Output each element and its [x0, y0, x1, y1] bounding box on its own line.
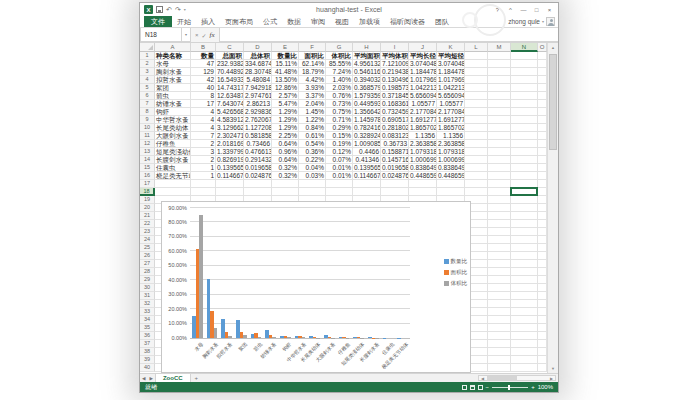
cell[interactable]: 短尾类溞幼体 — [155, 148, 191, 156]
cell[interactable]: 2.177084 — [437, 108, 465, 116]
cell[interactable] — [538, 220, 547, 228]
scroll-down-icon[interactable]: ▼ — [548, 364, 558, 373]
cell[interactable]: 平均面积 — [353, 52, 381, 60]
cell[interactable]: 0.024876 — [381, 172, 409, 180]
cell[interactable]: 桡足类无节幼体 — [155, 172, 191, 180]
cell[interactable]: 2.25% — [272, 132, 299, 140]
zoom-slider-thumb[interactable] — [508, 385, 510, 390]
cell[interactable]: 1.29% — [272, 116, 299, 124]
cell[interactable]: 2.57% — [272, 92, 299, 100]
cell[interactable]: 1.009085 — [353, 140, 381, 148]
cell[interactable] — [538, 284, 547, 292]
cell[interactable]: 0.64% — [272, 140, 299, 148]
bar-体积比[interactable] — [243, 335, 247, 338]
cell[interactable] — [381, 188, 409, 196]
cell[interactable]: 0.41346 — [353, 156, 381, 164]
cell[interactable] — [538, 132, 547, 140]
cell[interactable] — [216, 180, 244, 188]
cell[interactable] — [465, 68, 488, 76]
cell[interactable]: 0.732459 — [381, 108, 409, 116]
cell[interactable]: 1.29% — [272, 124, 299, 132]
cell[interactable] — [538, 356, 547, 364]
cell[interactable] — [488, 316, 511, 324]
horizontal-scrollbar[interactable]: ◀ ▶ — [478, 375, 556, 381]
cell[interactable]: 4 — [191, 124, 216, 132]
cell[interactable]: 0.4466 — [353, 148, 381, 156]
cell[interactable] — [538, 324, 547, 332]
cell[interactable] — [488, 188, 511, 196]
cell[interactable] — [511, 260, 538, 268]
cell[interactable] — [538, 252, 547, 260]
cell[interactable] — [465, 124, 488, 132]
cell[interactable]: 4 — [191, 108, 216, 116]
cell[interactable]: 1.579359 — [353, 92, 381, 100]
cell[interactable]: 0.36733 — [381, 140, 409, 148]
cell[interactable]: 62.14% — [299, 60, 326, 68]
cell[interactable] — [488, 84, 511, 92]
cell[interactable] — [488, 204, 511, 212]
cell[interactable] — [511, 196, 538, 204]
cell[interactable]: 1.05577 — [409, 100, 437, 108]
cell[interactable] — [465, 164, 488, 172]
zoom-slider[interactable] — [492, 387, 528, 388]
cell[interactable]: 2.04% — [299, 100, 326, 108]
cell[interactable]: 0.024876 — [244, 172, 272, 180]
cell[interactable]: 5.426568 — [216, 108, 244, 116]
cell[interactable]: 0.130496 — [381, 76, 409, 84]
cell[interactable]: 5.656094 — [409, 92, 437, 100]
cell[interactable]: 3.93% — [299, 84, 326, 92]
cell[interactable] — [538, 244, 547, 252]
cell[interactable]: 0.71% — [326, 116, 353, 124]
cell[interactable]: 0.03% — [299, 172, 326, 180]
scroll-up-icon[interactable]: ▲ — [548, 43, 558, 52]
file-tab[interactable]: 文件 — [144, 16, 172, 27]
cell[interactable] — [488, 300, 511, 308]
selected-cell-outline[interactable] — [510, 187, 538, 196]
cell[interactable]: 1.865702 — [409, 124, 437, 132]
cell[interactable]: 1.145978 — [353, 116, 381, 124]
cell[interactable]: 1.000699 — [437, 156, 465, 164]
cell[interactable]: 0.61% — [299, 132, 326, 140]
cell[interactable]: 5.47% — [272, 100, 299, 108]
cell[interactable]: 箭虫 — [155, 92, 191, 100]
cell[interactable]: 体积比 — [326, 52, 353, 60]
cell[interactable] — [191, 180, 216, 188]
cell[interactable]: 0.083123 — [381, 132, 409, 140]
cell[interactable] — [488, 268, 511, 276]
cell[interactable] — [511, 220, 538, 228]
cell[interactable]: 2.177084 — [409, 108, 437, 116]
cell[interactable]: 数量 — [191, 52, 216, 60]
cell[interactable]: 5.48084 — [244, 76, 272, 84]
row-header-13[interactable]: 13 — [140, 148, 155, 156]
cell[interactable]: 0.29% — [326, 124, 353, 132]
cell[interactable] — [511, 300, 538, 308]
cell[interactable] — [488, 244, 511, 252]
cell[interactable] — [511, 284, 538, 292]
cell[interactable] — [488, 76, 511, 84]
cell[interactable] — [465, 84, 488, 92]
row-header-22[interactable]: 22 — [140, 220, 155, 228]
cell[interactable] — [538, 180, 547, 188]
cell[interactable]: 232.9382 — [216, 60, 244, 68]
cell[interactable]: 1.127208 — [244, 124, 272, 132]
cell[interactable]: 42 — [191, 76, 216, 84]
column-header-M[interactable]: M — [488, 43, 511, 52]
cell[interactable] — [155, 180, 191, 188]
ribbon-tab-8[interactable]: 福昕阅读器 — [385, 16, 430, 27]
cell[interactable] — [488, 356, 511, 364]
cell[interactable]: 2.929836 — [244, 108, 272, 116]
avatar[interactable] — [546, 17, 555, 26]
cell[interactable] — [538, 84, 547, 92]
ribbon-display-button[interactable]: ^ — [504, 4, 517, 15]
cell[interactable] — [488, 220, 511, 228]
row-header-30[interactable]: 30 — [140, 284, 155, 292]
cell[interactable]: 0.114667 — [216, 172, 244, 180]
cell[interactable] — [538, 164, 547, 172]
cell[interactable]: 0.838649 — [409, 164, 437, 172]
cell[interactable]: 0.96% — [272, 148, 299, 156]
cell[interactable] — [511, 324, 538, 332]
cell[interactable] — [465, 76, 488, 84]
cell[interactable]: 絮团 — [155, 84, 191, 92]
user-dropdown-icon[interactable]: ▾ — [542, 19, 544, 24]
add-sheet-button[interactable]: + — [191, 374, 203, 382]
